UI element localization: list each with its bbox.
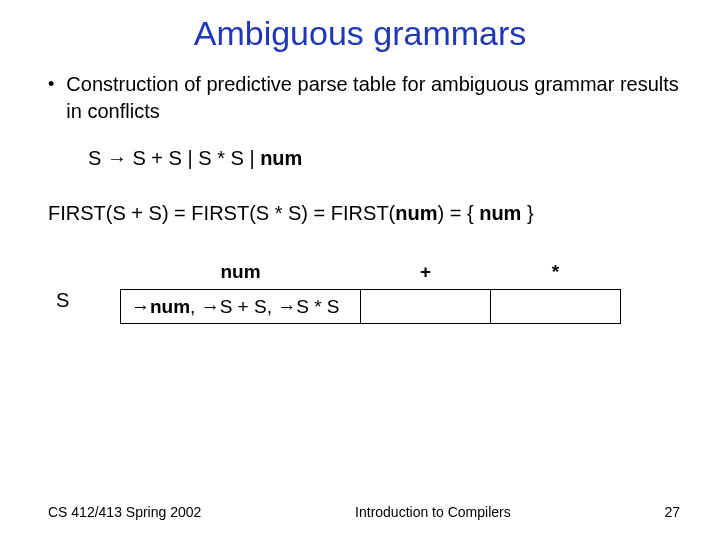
parse-table-wrap: S num + * →num, →S + S, →S * S — [48, 257, 680, 324]
arrow-icon: → — [131, 296, 150, 317]
grammar-rhs-num: num — [260, 147, 302, 169]
table-cell-num: →num, →S + S, →S * S — [121, 289, 361, 324]
first-text-1: FIRST(S + S) = FIRST(S * S) = FIRST( — [48, 202, 395, 224]
arrow-icon: → — [201, 296, 220, 317]
parse-table: num + * →num, →S + S, →S * S — [120, 257, 621, 324]
table-header-num: num — [121, 257, 361, 289]
bullet-text: Construction of predictive parse table f… — [66, 71, 680, 125]
table-header-star: * — [491, 257, 621, 289]
bullet-dot-icon: • — [48, 71, 54, 125]
grammar-lhs: S — [88, 147, 101, 169]
table-header-row: num + * — [121, 257, 621, 289]
table-row: →num, →S + S, →S * S — [121, 289, 621, 324]
footer-page-number: 27 — [664, 504, 680, 520]
table-cell-star — [491, 289, 621, 324]
table-header-plus: + — [361, 257, 491, 289]
cell-seg3: S * S — [296, 296, 339, 317]
arrow-icon: → — [277, 296, 296, 317]
first-text-3: } — [527, 202, 534, 224]
first-sets-line: FIRST(S + S) = FIRST(S * S) = FIRST(num)… — [48, 200, 680, 227]
slide-footer: CS 412/413 Spring 2002 Introduction to C… — [0, 504, 720, 520]
slide-content: • Construction of predictive parse table… — [0, 71, 720, 324]
footer-title: Introduction to Compilers — [201, 504, 664, 520]
cell-seg2: S + S, — [220, 296, 272, 317]
slide-title: Ambiguous grammars — [0, 0, 720, 71]
bullet-item: • Construction of predictive parse table… — [48, 71, 680, 125]
grammar-rhs-part: S + S | S * S | — [132, 147, 254, 169]
arrow-icon: → — [107, 147, 127, 169]
grammar-rule: S → S + S | S * S | num — [48, 145, 680, 172]
first-num-1: num — [395, 202, 437, 224]
table-row-label: S — [56, 257, 120, 314]
first-num-2: num — [479, 202, 521, 224]
cell-num-bold: num — [150, 296, 190, 317]
table-cell-plus — [361, 289, 491, 324]
cell-num-tail: , — [190, 296, 195, 317]
footer-course: CS 412/413 Spring 2002 — [48, 504, 201, 520]
first-text-2: ) = { — [437, 202, 473, 224]
